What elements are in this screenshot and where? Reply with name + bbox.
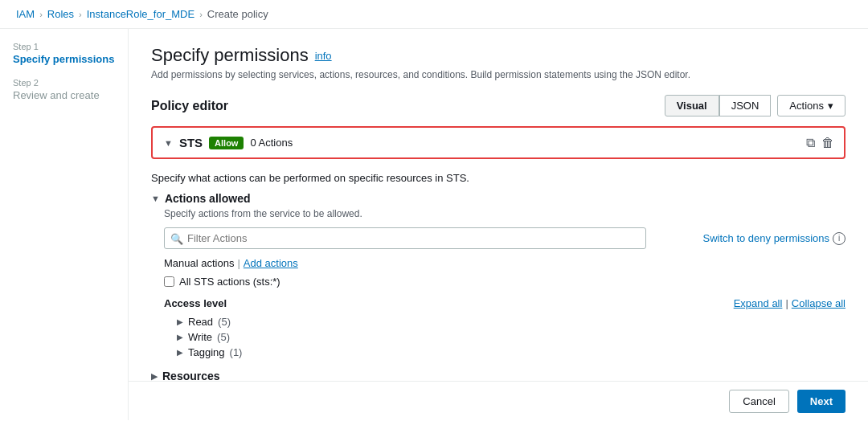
actions-allowed-section: ▼ Actions allowed Specify actions from t… — [151, 192, 845, 358]
access-level-header: Access level Expand all | Collapse all — [164, 297, 845, 309]
editor-buttons: Visual JSON Actions ▾ — [665, 95, 845, 116]
breadcrumb: IAM › Roles › InstanceRole_for_MDE › Cre… — [0, 0, 868, 29]
sidebar-step1-label: Step 1 — [13, 42, 115, 51]
manual-actions-row: Manual actions | Add actions — [164, 257, 845, 269]
breadcrumb-roles[interactable]: Roles — [47, 8, 74, 20]
access-item-tagging: ▶ Tagging (1) — [177, 346, 845, 358]
page-title-row: Specify permissions info — [151, 45, 845, 66]
all-sts-label: All STS actions (sts:*) — [179, 276, 280, 288]
all-sts-checkbox-row: All STS actions (sts:*) — [164, 276, 845, 288]
breadcrumb-sep-1: › — [39, 10, 43, 19]
all-sts-checkbox[interactable] — [164, 276, 174, 287]
read-chevron-icon[interactable]: ▶ — [177, 317, 183, 326]
sts-action-icons: ⧉ 🗑 — [806, 136, 834, 150]
sts-chevron-icon[interactable]: ▼ — [164, 138, 173, 148]
policy-editor-title: Policy editor — [151, 99, 228, 113]
sts-block: ▼ STS Allow 0 Actions ⧉ 🗑 — [151, 126, 845, 159]
copy-icon: ⧉ — [806, 136, 815, 149]
filter-input-wrap: 🔍 — [164, 227, 646, 249]
breadcrumb-instance-role[interactable]: InstanceRole_for_MDE — [87, 8, 194, 20]
breadcrumb-iam[interactable]: IAM — [16, 8, 35, 20]
tagging-chevron-icon[interactable]: ▶ — [177, 348, 183, 357]
visual-button[interactable]: Visual — [665, 95, 719, 116]
add-actions-link[interactable]: Add actions — [244, 257, 298, 269]
json-button[interactable]: JSON — [719, 95, 772, 116]
page-subtitle: Add permissions by selecting services, a… — [151, 69, 845, 80]
manual-actions-label: Manual actions — [164, 257, 234, 269]
read-count: (5) — [218, 316, 231, 328]
search-icon: 🔍 — [170, 232, 183, 244]
spec-text: Specify what actions can be performed on… — [151, 172, 845, 184]
sidebar-step2-label: Step 2 — [13, 78, 115, 88]
access-item-write: ▶ Write (5) — [177, 331, 845, 343]
read-label: Read — [188, 316, 213, 328]
access-item-read: ▶ Read (5) — [177, 316, 845, 328]
actions-allowed-title: Actions allowed — [165, 192, 251, 205]
sidebar: Step 1 Specify permissions Step 2 Review… — [0, 29, 129, 420]
sts-delete-button[interactable]: 🗑 — [821, 136, 834, 150]
tagging-count: (1) — [230, 346, 243, 358]
write-count: (5) — [217, 331, 230, 343]
actions-allowed-chevron-icon[interactable]: ▼ — [151, 194, 160, 203]
cancel-button[interactable]: Cancel — [729, 390, 788, 413]
collapse-all-link[interactable]: Collapse all — [792, 297, 845, 309]
resources-chevron-icon[interactable]: ▶ — [151, 371, 158, 382]
sts-actions-count: 0 Actions — [250, 137, 293, 149]
actions-allowed-header: ▼ Actions allowed — [151, 192, 845, 205]
switch-deny-info-icon: i — [833, 232, 845, 245]
sts-allow-badge: Allow — [209, 137, 244, 149]
sts-header: ▼ STS Allow 0 Actions — [164, 136, 833, 149]
tagging-label: Tagging — [188, 346, 225, 358]
trash-icon: 🗑 — [821, 136, 834, 149]
sts-title: STS — [179, 136, 203, 149]
next-button[interactable]: Next — [797, 390, 845, 413]
expand-all-link[interactable]: Expand all — [734, 297, 783, 309]
main-content: Specify permissions info Add permissions… — [129, 29, 868, 420]
page-title: Specify permissions — [151, 45, 309, 66]
access-items-list: ▶ Read (5) ▶ Write (5) ▶ Tagging (1) — [151, 316, 845, 358]
breadcrumb-sep-2: › — [79, 10, 82, 19]
filter-row: 🔍 Switch to deny permissions i — [164, 227, 845, 249]
sts-copy-button[interactable]: ⧉ — [806, 136, 815, 150]
sidebar-step2-title: Review and create — [13, 89, 115, 101]
expand-collapse: Expand all | Collapse all — [734, 297, 845, 309]
write-chevron-icon[interactable]: ▶ — [177, 333, 183, 341]
breadcrumb-create-policy: Create policy — [207, 8, 268, 20]
footer: Cancel Next — [129, 381, 868, 420]
actions-allowed-subtitle: Specify actions from the service to be a… — [164, 208, 845, 219]
switch-deny-link[interactable]: Switch to deny permissions i — [702, 232, 845, 245]
expand-sep: | — [785, 297, 788, 309]
write-label: Write — [188, 331, 212, 343]
access-level-title: Access level — [164, 297, 227, 309]
sidebar-step1-title: Specify permissions — [13, 53, 115, 65]
chevron-down-icon: ▾ — [828, 100, 833, 112]
info-link[interactable]: info — [315, 50, 332, 62]
pipe-divider: | — [237, 257, 240, 269]
breadcrumb-sep-3: › — [199, 10, 203, 19]
actions-button[interactable]: Actions ▾ — [777, 95, 845, 116]
policy-editor-header: Policy editor Visual JSON Actions ▾ — [151, 95, 845, 116]
filter-actions-input[interactable] — [164, 227, 646, 249]
